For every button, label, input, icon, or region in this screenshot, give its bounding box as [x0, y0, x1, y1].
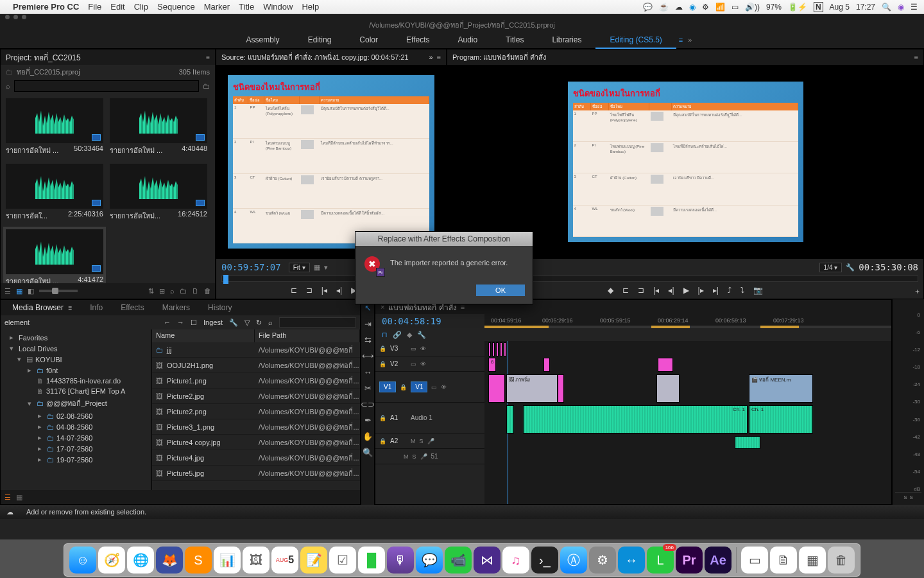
clip[interactable]	[500, 342, 502, 356]
workspace-menu-icon[interactable]: ≡	[679, 36, 683, 44]
goto-out-icon[interactable]: ▸|	[713, 286, 719, 295]
v1-target[interactable]: V1	[411, 381, 427, 392]
tree-node[interactable]: 02-08-2560	[56, 412, 92, 420]
ingest-checkbox[interactable]: ☐	[191, 319, 197, 327]
lock-icon[interactable]: 🔒	[400, 384, 407, 390]
zoom-window[interactable]	[22, 15, 26, 19]
list-item[interactable]: 🗀jjj/Volumes/KOYUBI/@@@ทอกี่	[152, 342, 360, 358]
appstore-icon[interactable]: Ⓐ	[560, 547, 587, 574]
timeline-tracks[interactable]: 6 🖼 ภาพนิ่ง 🎬 ทอกี่ MEEN.m Ch. 1 Ch. 1	[484, 341, 891, 504]
coffee-icon[interactable]: ☕	[659, 3, 669, 12]
mark-out-icon[interactable]: ⊐	[306, 286, 312, 295]
selection-tool-icon[interactable]: ↖	[364, 303, 372, 313]
teamviewer-icon[interactable]: ◉	[689, 3, 696, 12]
project-search-input[interactable]	[14, 80, 199, 92]
tree-node[interactable]: KOYUBI	[35, 356, 62, 363]
new-item-icon[interactable]: 🗋	[192, 287, 199, 295]
ws-titles[interactable]: Titles	[492, 31, 538, 49]
tree-node[interactable]: 04-08-2560	[56, 423, 92, 431]
menu-window[interactable]: Window	[263, 2, 293, 12]
ws-audio[interactable]: Audio	[443, 31, 492, 49]
messages-icon[interactable]: 💬	[416, 547, 443, 574]
panel-menu-icon[interactable]: ≡	[437, 53, 441, 61]
list-item[interactable]: 🖼OOJU2H1.png/Volumes/KOYUBI/@@@ทอกี่...	[152, 358, 360, 373]
goto-in-icon[interactable]: |◂	[653, 286, 659, 295]
premiere-icon[interactable]: Pr	[676, 547, 703, 574]
thumbnail-view-icon[interactable]: ▦	[16, 493, 22, 502]
menu-marker[interactable]: Marker	[204, 2, 230, 12]
clip[interactable]	[492, 342, 495, 356]
time[interactable]: 17:27	[856, 3, 875, 12]
window-icon[interactable]: ▭	[741, 547, 768, 574]
list-item[interactable]: 🖼Picture1.png/Volumes/KOYUBI/@@@ทอกี่...	[152, 373, 360, 389]
volume-icon[interactable]: 🔊))	[745, 3, 760, 12]
eye-icon[interactable]: 👁	[420, 361, 426, 367]
favorites-node[interactable]: Favorites	[19, 334, 47, 342]
source-timecode[interactable]: 00:59:57:07	[221, 262, 281, 272]
cloud-icon[interactable]: ☁	[675, 3, 683, 12]
facetime-icon[interactable]: 📹	[445, 547, 472, 574]
sublime-icon[interactable]: S	[185, 547, 212, 574]
ok-button[interactable]: OK	[476, 285, 525, 296]
project-title[interactable]: Project: ทอกี่_CC2015	[6, 51, 206, 64]
ws-libraries[interactable]: Libraries	[538, 31, 595, 49]
pen-tool-icon[interactable]: ✒	[364, 416, 372, 425]
menu-file[interactable]: File	[88, 2, 101, 12]
finder-icon[interactable]: ☺	[69, 547, 96, 574]
workspace-overflow-icon[interactable]: »	[688, 36, 692, 44]
menu-help[interactable]: Help	[302, 2, 319, 12]
list-item[interactable]: 🖼Picture2.png/Volumes/KOYUBI/@@@ทอกี่...	[152, 404, 360, 419]
panel-menu-icon[interactable]: ≡	[914, 53, 918, 61]
solo-icon[interactable]: S	[420, 438, 424, 444]
creative-cloud-icon[interactable]: ☁	[6, 508, 13, 516]
list-item[interactable]: 🖼Picture2.jpg/Volumes/KOYUBI/@@@ทอกี่...	[152, 389, 360, 404]
snap-icon[interactable]: ⊓	[382, 331, 388, 339]
ws-effects[interactable]: Effects	[392, 31, 443, 49]
timeline-timecode[interactable]: 00:04:58:19	[375, 316, 441, 326]
audio-clip[interactable]: Ch. 1	[523, 405, 748, 434]
dashboard-icon[interactable]: 📊	[214, 547, 241, 574]
marker-icon[interactable]: ◆	[407, 331, 412, 339]
automate-icon[interactable]: ⊞	[159, 287, 165, 295]
localdrives-node[interactable]: Local Drives	[19, 345, 58, 353]
settings-icon[interactable]: 🔧	[417, 331, 426, 339]
menu-edit[interactable]: Edit	[110, 2, 124, 12]
bin-item[interactable]: รายการอัดใหม่ ...50:33464	[3, 96, 106, 160]
display-icon[interactable]: ▭	[732, 3, 739, 12]
add-button-icon[interactable]: ＋	[914, 286, 921, 296]
ripple-tool-icon[interactable]: ⇆	[364, 335, 372, 345]
program-timecode-right[interactable]: 00:35:30:08	[859, 262, 918, 272]
line-icon[interactable]: L166	[647, 547, 674, 574]
clip[interactable]	[504, 342, 506, 356]
tree-node[interactable]: f0nt	[46, 367, 58, 374]
fit-select[interactable]: Fit ▾	[289, 263, 310, 272]
mark-in-icon[interactable]: ⊏	[622, 286, 629, 295]
ws-assembly[interactable]: Assembly	[232, 31, 294, 49]
doc-icon[interactable]: 🗎	[770, 547, 797, 574]
step-back-icon[interactable]: ◂|	[336, 286, 342, 295]
step-fwd-icon[interactable]: |▸	[698, 286, 704, 295]
firefox-icon[interactable]: 🦊	[156, 547, 183, 574]
mb-search-input[interactable]	[279, 317, 356, 328]
delete-icon[interactable]: 🗑	[204, 287, 211, 295]
lock-icon[interactable]: 🔒	[379, 415, 386, 421]
export-frame-icon[interactable]: 📷	[753, 286, 763, 295]
notification-center-icon[interactable]: ☰	[911, 3, 918, 12]
teamviewer-icon[interactable]: ↔	[618, 547, 645, 574]
clip[interactable]	[656, 374, 680, 403]
numbers-icon[interactable]: █	[358, 547, 385, 574]
bin-item[interactable]: รายการอัดใ...2:25:40316	[3, 161, 106, 225]
zoom-slider[interactable]	[39, 290, 78, 292]
wrench-icon[interactable]: 🔧	[229, 319, 238, 327]
mute-icon[interactable]: M	[411, 438, 416, 444]
linked-selection-icon[interactable]: 🔗	[393, 331, 402, 339]
tree-node[interactable]: 17-07-2560	[56, 445, 92, 453]
reminders-icon[interactable]: ☑	[329, 547, 356, 574]
eye-icon[interactable]: 👁	[441, 384, 447, 390]
tab-info[interactable]: Info	[81, 303, 112, 312]
tree-node[interactable]: 14-07-2560	[56, 434, 92, 442]
extract-icon[interactable]: ⤵	[740, 286, 744, 295]
sort-icon[interactable]: ⇅	[148, 287, 154, 295]
tab-history[interactable]: History	[199, 303, 241, 312]
timeline-ruler[interactable]: 00:04:59:16 00:05:29:16 00:05:59:15 00:0…	[484, 314, 891, 327]
